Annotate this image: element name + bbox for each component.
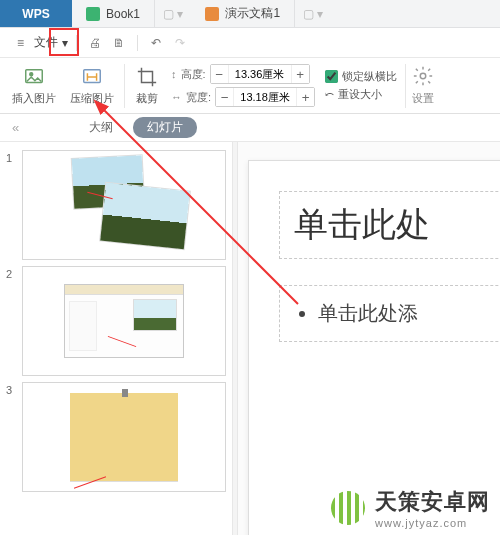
hamburger-icon[interactable]: ≡: [10, 33, 30, 53]
separator: [76, 35, 77, 51]
sticky-note-icon: [70, 393, 178, 481]
ribbon: 插入图片 压缩图片 裁剪 ↕ 高度: − + ↔ 宽度: −: [0, 58, 500, 114]
file-menu-label: 文件: [34, 34, 58, 51]
slide-3-preview[interactable]: [22, 382, 226, 492]
window-mock: [64, 284, 184, 358]
svg-point-1: [30, 73, 33, 76]
size-options: 锁定纵横比 ⤺ 重设大小: [321, 69, 401, 102]
increment-button[interactable]: +: [291, 65, 309, 83]
tab-outline[interactable]: 大纲: [83, 115, 119, 140]
compress-image-label: 压缩图片: [70, 91, 114, 106]
slide-number: 1: [6, 150, 16, 260]
watermark-title: 天策安卓网: [375, 487, 490, 517]
width-spinbox[interactable]: − +: [215, 87, 315, 107]
image-icon: [22, 65, 46, 89]
watermark-url: www.jytyaz.com: [375, 517, 490, 529]
spreadsheet-icon: [86, 7, 100, 21]
reset-size-label: 重设大小: [338, 87, 382, 102]
body-placeholder-text: 单击此处添: [318, 300, 500, 327]
lock-ratio-label: 锁定纵横比: [342, 69, 397, 84]
slide-1-preview[interactable]: [22, 150, 226, 260]
slide-thumbnail[interactable]: 1: [6, 150, 226, 260]
svg-point-3: [420, 73, 426, 79]
tab-book1[interactable]: Book1: [72, 0, 155, 27]
height-label: 高度:: [181, 67, 206, 82]
print-icon[interactable]: 🖨: [85, 33, 105, 53]
decrement-button[interactable]: −: [216, 88, 234, 106]
tab-slides[interactable]: 幻灯片: [133, 117, 197, 138]
crop-button[interactable]: 裁剪: [129, 60, 165, 111]
file-menu[interactable]: 文件 ▾: [34, 34, 68, 51]
height-input[interactable]: [229, 68, 291, 80]
slide-thumbnail[interactable]: 3: [6, 382, 226, 492]
decrement-button[interactable]: −: [211, 65, 229, 83]
reset-icon: ⤺: [325, 88, 334, 101]
current-slide[interactable]: 单击此处 单击此处添: [248, 160, 500, 535]
crop-label: 裁剪: [136, 91, 158, 106]
tab-overflow-icon[interactable]: ▢ ▾: [295, 0, 331, 27]
slide-canvas[interactable]: 单击此处 单击此处添: [238, 142, 500, 535]
tab-label: 演示文稿1: [225, 5, 280, 22]
print-preview-icon[interactable]: 🗎: [109, 33, 129, 53]
insert-image-button[interactable]: 插入图片: [6, 60, 62, 111]
width-arrows-icon: ↔: [171, 91, 182, 103]
slide-2-preview[interactable]: [22, 266, 226, 376]
increment-button[interactable]: +: [296, 88, 314, 106]
collapse-panel-icon[interactable]: «: [12, 120, 19, 135]
tab-label: Book1: [106, 7, 140, 21]
redo-icon[interactable]: ↷: [170, 33, 190, 53]
watermark: 天策安卓网 www.jytyaz.com: [331, 487, 490, 529]
slide-thumbnail[interactable]: 2: [6, 266, 226, 376]
body-placeholder[interactable]: 单击此处添: [279, 285, 500, 342]
chevron-down-icon: ▾: [62, 36, 68, 50]
settings-label: 设置: [412, 91, 434, 106]
title-bar: WPS Book1 ▢ ▾ 演示文稿1 ▢ ▾: [0, 0, 500, 28]
crop-icon: [135, 65, 159, 89]
separator: [405, 64, 406, 108]
workspace: 1 2 3 单击此处 单: [0, 142, 500, 535]
compress-image-button[interactable]: 压缩图片: [64, 60, 120, 111]
separator: [124, 64, 125, 108]
width-input[interactable]: [234, 91, 296, 103]
photo-icon: [100, 183, 190, 249]
compress-icon: [80, 65, 104, 89]
height-arrows-icon: ↕: [171, 68, 177, 80]
slide-number: 3: [6, 382, 16, 492]
tab-presentation[interactable]: 演示文稿1: [191, 0, 295, 27]
title-placeholder[interactable]: 单击此处: [279, 191, 500, 259]
width-label: 宽度:: [186, 90, 211, 105]
insert-image-label: 插入图片: [12, 91, 56, 106]
watermark-logo-icon: [331, 491, 365, 525]
thumbnail-panel[interactable]: 1 2 3: [0, 142, 232, 535]
lock-ratio-checkbox[interactable]: 锁定纵横比: [325, 69, 397, 84]
height-spinbox[interactable]: − +: [210, 64, 310, 84]
panel-tabs: « 大纲 幻灯片: [0, 114, 500, 142]
gear-icon: [412, 65, 434, 89]
separator: [137, 35, 138, 51]
settings-button[interactable]: 设置: [410, 65, 436, 106]
reset-size-button[interactable]: ⤺ 重设大小: [325, 87, 397, 102]
undo-icon[interactable]: ↶: [146, 33, 166, 53]
wps-logo: WPS: [0, 0, 72, 27]
dimension-block: ↕ 高度: − + ↔ 宽度: − +: [167, 64, 319, 107]
tab-overflow-icon[interactable]: ▢ ▾: [155, 0, 191, 27]
lock-ratio-input[interactable]: [325, 70, 338, 83]
menu-bar: ≡ 文件 ▾ 🖨 🗎 ↶ ↷: [0, 28, 500, 58]
svg-rect-2: [84, 70, 101, 83]
presentation-icon: [205, 7, 219, 21]
slide-number: 2: [6, 266, 16, 376]
